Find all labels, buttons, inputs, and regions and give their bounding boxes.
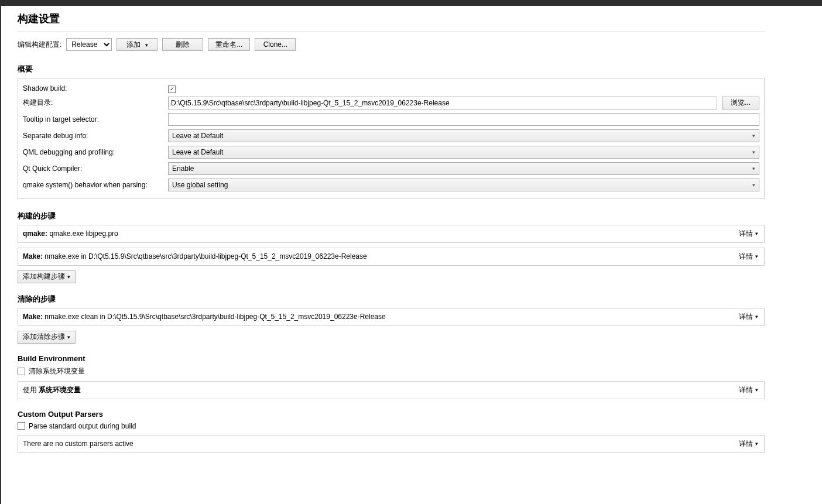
custom-parsers-status: There are no custom parsers active	[23, 440, 133, 448]
build-step-name: qmake:	[23, 229, 47, 238]
build-step-row: qmake: qmake.exe libjpeg.pro 详情	[18, 225, 765, 243]
build-step-cmd: nmake.exe in D:\Qt5.15.9\Src\qtbase\src\…	[44, 252, 367, 260]
config-toolbar: 编辑构建配置: Release 添加 删除 重命名... Clone...	[18, 38, 765, 51]
parse-stdout-checkbox[interactable]	[18, 422, 25, 430]
clear-sys-env-checkbox[interactable]	[18, 368, 25, 375]
browse-button[interactable]: 浏览...	[722, 97, 759, 109]
clean-steps-title: 清除的步骤	[18, 294, 765, 304]
tooltip-selector-label: Tooltip in target selector:	[23, 115, 163, 124]
chevron-down-icon: ▾	[752, 149, 755, 155]
custom-parsers-summary-row: There are no custom parsers active 详情	[18, 435, 765, 453]
content-column: 构建设置 编辑构建配置: Release 添加 删除 重命名... Clone.…	[18, 12, 765, 453]
qmake-system-label: qmake system() behavior when parsing:	[23, 181, 163, 189]
clean-steps-section: 清除的步骤 Make: nmake.exe clean in D:\Qt5.15…	[18, 294, 765, 344]
chevron-down-icon: ▾	[752, 182, 755, 188]
qml-debug-label: QML debugging and profiling:	[23, 148, 163, 156]
tooltip-selector-input[interactable]	[168, 113, 759, 126]
add-build-step-button[interactable]: 添加构建步骤	[18, 270, 76, 283]
add-clean-step-button[interactable]: 添加清除步骤	[18, 331, 76, 344]
build-step-details-button[interactable]: 详情	[738, 229, 759, 239]
chevron-down-icon	[143, 40, 148, 49]
overview-form: Shadow build: 构建目录: 浏览... Tooltip in tar…	[23, 84, 759, 191]
chevron-down-icon: ▾	[752, 133, 755, 139]
build-env-section: Build Environment 清除系统环境变量 使用 系统环境变量 详情	[18, 354, 765, 399]
clean-step-details-button[interactable]: 详情	[738, 312, 759, 322]
add-config-button[interactable]: 添加	[117, 38, 157, 51]
qmake-system-value: Use global setting	[172, 181, 228, 189]
qml-debug-select[interactable]: Leave at Default ▾	[168, 146, 759, 159]
build-step-row: Make: nmake.exe in D:\Qt5.15.9\Src\qtbas…	[18, 248, 765, 266]
clean-step-row: Make: nmake.exe clean in D:\Qt5.15.9\Src…	[18, 308, 765, 326]
build-steps-title: 构建的步骤	[18, 211, 765, 221]
qt-quick-compiler-select[interactable]: Enable ▾	[168, 162, 759, 175]
qt-quick-compiler-label: Qt Quick Compiler:	[23, 164, 163, 173]
clear-sys-env-label: 清除系统环境变量	[29, 366, 85, 376]
build-steps-section: 构建的步骤 qmake: qmake.exe libjpeg.pro 详情 Ma…	[18, 211, 765, 283]
build-env-use-bold: 系统环境变量	[39, 386, 81, 394]
titlebar	[0, 0, 822, 6]
build-dir-label: 构建目录:	[23, 98, 163, 108]
build-env-title: Build Environment	[18, 354, 765, 363]
page-title: 构建设置	[18, 12, 765, 28]
clone-config-button[interactable]: Clone...	[255, 38, 296, 51]
build-step-name: Make:	[23, 252, 43, 260]
build-env-details-button[interactable]: 详情	[738, 385, 759, 395]
custom-parsers-details-button[interactable]: 详情	[738, 439, 759, 449]
separate-debug-value: Leave at Default	[172, 132, 223, 140]
edit-build-config-label: 编辑构建配置:	[18, 40, 61, 50]
build-dir-input[interactable]	[168, 97, 717, 109]
shadow-build-label: Shadow build:	[23, 84, 163, 92]
custom-parsers-section: Custom Output Parsers Parse standard out…	[18, 410, 765, 453]
rename-config-button[interactable]: 重命名...	[208, 38, 250, 51]
build-settings-page: 构建设置 编辑构建配置: Release 添加 删除 重命名... Clone.…	[0, 6, 822, 504]
add-config-label: 添加	[126, 40, 141, 50]
qmake-system-select[interactable]: Use global setting ▾	[168, 179, 759, 191]
overview-panel: Shadow build: 构建目录: 浏览... Tooltip in tar…	[18, 78, 765, 199]
separate-debug-select[interactable]: Leave at Default ▾	[168, 129, 759, 142]
title-separator	[18, 32, 765, 32]
delete-config-button[interactable]: 删除	[162, 38, 203, 51]
build-step-cmd: qmake.exe libjpeg.pro	[49, 229, 118, 238]
qml-debug-value: Leave at Default	[172, 148, 223, 156]
clean-step-name: Make:	[23, 313, 43, 321]
chevron-down-icon: ▾	[752, 166, 755, 172]
build-config-select[interactable]: Release	[66, 38, 112, 51]
shadow-build-checkbox[interactable]	[168, 85, 176, 93]
separate-debug-label: Separate debug info:	[23, 132, 163, 140]
custom-parsers-title: Custom Output Parsers	[18, 410, 765, 419]
build-env-summary-row: 使用 系统环境变量 详情	[18, 381, 765, 399]
build-step-details-button[interactable]: 详情	[738, 252, 759, 262]
overview-title: 概要	[18, 64, 765, 74]
qt-quick-compiler-value: Enable	[172, 164, 194, 173]
parse-stdout-label: Parse standard output during build	[29, 422, 136, 430]
clean-step-cmd: nmake.exe clean in D:\Qt5.15.9\Src\qtbas…	[44, 313, 385, 321]
build-env-use-prefix: 使用	[23, 386, 39, 394]
